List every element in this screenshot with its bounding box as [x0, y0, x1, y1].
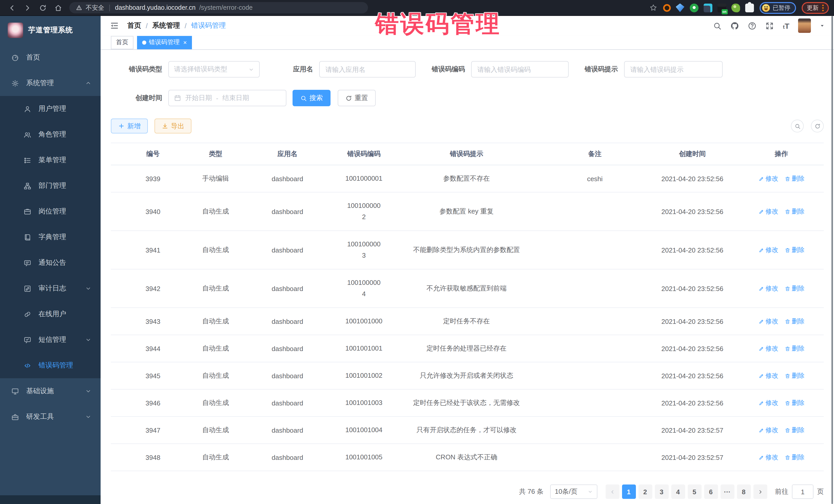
page-ellipsis[interactable]: ··· [720, 484, 734, 499]
sidebar-item-post[interactable]: 岗位管理 [0, 199, 101, 224]
sidebar-item-audit-log[interactable]: 审计日志 [0, 276, 101, 301]
address-bar[interactable]: 不安全 dashboard.yudao.iocoder.cn/system/er… [69, 2, 368, 13]
edit-link[interactable]: 修改 [758, 371, 778, 380]
home-icon[interactable] [54, 4, 62, 12]
font-size-icon[interactable]: tT [783, 22, 789, 30]
search-button[interactable]: 搜索 [292, 90, 331, 106]
cell-code: 1001001004 [339, 416, 389, 444]
green-orb-extension-icon[interactable] [731, 3, 740, 12]
edit-link[interactable]: 修改 [758, 398, 778, 407]
edit-link[interactable]: 修改 [758, 453, 778, 462]
fullscreen-icon[interactable] [766, 22, 774, 30]
page-button-2[interactable]: 2 [638, 484, 652, 499]
error-type-select[interactable]: 请选择错误码类型 [168, 61, 260, 78]
github-icon[interactable] [730, 22, 739, 30]
sidebar-item-user[interactable]: 用户管理 [0, 96, 101, 122]
sidebar-item-home[interactable]: 首页 [0, 45, 101, 70]
tab-错误码管理[interactable]: 错误码管理× [137, 36, 192, 49]
error-msg-input[interactable] [624, 61, 723, 78]
next-page-button[interactable] [753, 484, 767, 499]
reload-icon[interactable] [39, 4, 47, 12]
blue-gem-extension-icon[interactable] [676, 3, 684, 12]
sidebar-item-dept[interactable]: 部门管理 [0, 173, 101, 199]
avatar-caret-down-icon[interactable] [820, 23, 825, 28]
cell-msg: 不能删除类型为系统内置的参数配置 [389, 231, 544, 269]
sidebar-item-system[interactable]: 系统管理 [0, 70, 101, 96]
sidebar-item-sms[interactable]: 短信管理 [0, 327, 101, 353]
edit-link[interactable]: 修改 [758, 174, 778, 183]
sidebar-item-role[interactable]: 角色管理 [0, 122, 101, 147]
page-size-select[interactable]: 10条/页 [550, 484, 597, 499]
filter-row-1: 错误码类型 请选择错误码类型 应用名 错误码编码 错误码提示 [111, 61, 824, 78]
browser-update-button[interactable]: 更新 [802, 2, 829, 14]
sidebar-item-infra[interactable]: 基础设施 [0, 378, 101, 404]
delete-link[interactable]: 删除 [785, 174, 805, 183]
orange-ring-extension-icon[interactable] [663, 4, 671, 12]
cell-msg: 定时任务已经处于该状态，无需修改 [389, 389, 544, 416]
sidebar-item-notice[interactable]: 通知公告 [0, 250, 101, 276]
sidebar-item-menu[interactable]: 菜单管理 [0, 147, 101, 173]
delete-link[interactable]: 删除 [785, 246, 805, 254]
goto-page-input[interactable] [792, 484, 813, 499]
green-check-extension-icon[interactable] [689, 3, 698, 12]
sidebar-item-dict[interactable]: 字典管理 [0, 224, 101, 250]
show-search-button[interactable] [791, 119, 804, 132]
sidebar-item-error-code[interactable]: 错误码管理 [0, 353, 101, 378]
user-avatar[interactable] [798, 19, 811, 33]
edit-link[interactable]: 修改 [758, 207, 778, 216]
sidebar-item-online-user[interactable]: 在线用户 [0, 301, 101, 327]
cell-time: 2021-04-20 23:52:57 [646, 416, 739, 444]
breadcrumb-item[interactable]: 首页 [127, 21, 141, 30]
add-button[interactable]: 新增 [111, 118, 148, 133]
delete-link[interactable]: 删除 [785, 371, 805, 380]
tab-首页[interactable]: 首页 [111, 36, 133, 49]
cell-code: 1001000002 [339, 192, 389, 231]
error-code-input[interactable] [471, 61, 569, 78]
page-button-6[interactable]: 6 [704, 484, 718, 499]
cell-remark [544, 416, 646, 444]
app-name-input[interactable] [319, 61, 416, 78]
edit-link[interactable]: 修改 [758, 426, 778, 435]
page-button-8[interactable]: 8 [737, 484, 751, 499]
forward-icon[interactable] [24, 4, 31, 12]
delete-link[interactable]: 删除 [785, 317, 805, 326]
end-date-placeholder: 结束日期 [222, 93, 249, 103]
grid-extension-icon[interactable] [703, 3, 712, 12]
delete-link[interactable]: 删除 [785, 207, 805, 216]
tab-close-icon[interactable]: × [183, 40, 187, 46]
date-range-picker[interactable]: 开始日期 - 结束日期 [168, 90, 286, 106]
page-button-4[interactable]: 4 [671, 484, 685, 499]
reset-button[interactable]: 重置 [338, 90, 376, 106]
page-button-3[interactable]: 3 [655, 484, 668, 499]
edit-link[interactable]: 修改 [758, 317, 778, 326]
delete-link[interactable]: 删除 [785, 344, 805, 353]
delete-link[interactable]: 删除 [785, 284, 805, 293]
cell-id: 3945 [111, 362, 195, 389]
browser-right-cluster: on 已暂停 更新 [649, 2, 829, 14]
edit-link[interactable]: 修改 [758, 284, 778, 293]
search-icon[interactable] [713, 22, 722, 30]
help-icon[interactable] [748, 22, 757, 30]
edit-link[interactable]: 修改 [758, 344, 778, 353]
refresh-table-button[interactable] [811, 119, 824, 132]
sidebar-item-devtools[interactable]: 研发工具 [0, 404, 101, 430]
page-button-1[interactable]: 1 [622, 484, 636, 499]
delete-link[interactable]: 删除 [785, 398, 805, 407]
export-button[interactable]: 导出 [154, 118, 192, 133]
back-icon[interactable] [8, 4, 16, 12]
scrollbar[interactable] [831, 16, 833, 504]
cell-app: dashboard [236, 192, 339, 231]
delete-link[interactable]: 删除 [785, 453, 805, 462]
list-on-extension-icon[interactable]: on [717, 3, 726, 12]
breadcrumb-item[interactable]: 系统管理 [152, 21, 180, 30]
edit-link[interactable]: 修改 [758, 246, 778, 254]
paused-profile-badge[interactable]: 已暂停 [759, 2, 796, 14]
bookmark-star-icon[interactable] [649, 4, 657, 12]
page-button-5[interactable]: 5 [687, 484, 701, 499]
prev-page-button[interactable] [605, 484, 619, 499]
sidebar-collapse-icon[interactable] [110, 21, 119, 30]
puzzle-extension-icon[interactable] [745, 3, 754, 12]
app-logo[interactable]: 芋道管理系统 [0, 16, 101, 45]
table-row: 3940自动生成dashboard1001000002参数配置 key 重复20… [111, 192, 824, 231]
delete-link[interactable]: 删除 [785, 426, 805, 435]
